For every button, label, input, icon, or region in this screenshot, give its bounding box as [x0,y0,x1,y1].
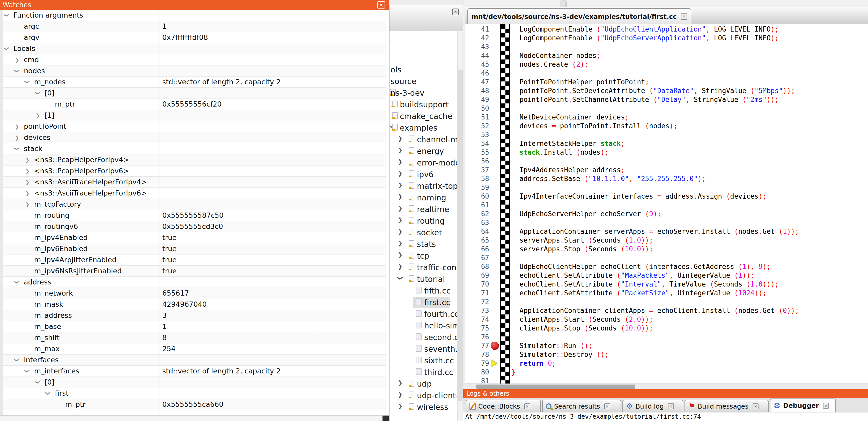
chevron-collapsed-icon[interactable]: ❯ [398,228,402,235]
watch-row[interactable]: argc1 [3,21,385,32]
watch-row[interactable]: ❯Function arguments [3,10,385,21]
code-line[interactable]: clientApps.Start (Seconds (2.0)); [512,315,653,324]
line-number[interactable]: 48 [465,86,489,95]
watch-row[interactable]: m_routing0x555555587c50 [3,210,385,221]
watch-row[interactable]: m_mask4294967040 [3,299,385,310]
chevron-expanded-icon[interactable]: ❯ [12,280,23,284]
watch-row[interactable]: m_address3 [3,310,385,321]
watch-row[interactable]: ❯[0] [3,88,385,99]
chevron-collapsed-icon[interactable]: ❯ [36,110,40,121]
tree-item-fourth-cc[interactable]: fourth.cc [390,309,457,320]
chevron-collapsed-icon[interactable]: ❯ [398,403,402,409]
watch-row[interactable]: ❯<ns3::AsciiTraceHelperForIpv4> [3,176,385,188]
chevron-collapsed-icon[interactable]: ❯ [15,54,19,65]
chevron-expanded-icon[interactable]: ❯ [43,391,54,395]
code-line[interactable]: NodeContainer nodes; [512,51,600,60]
line-number[interactable]: 56 [465,157,489,165]
watches-close-icon[interactable]: ✕ [377,1,385,8]
tree-item-stats[interactable]: ❯stats [390,239,457,250]
logs-titlebar[interactable]: Logs & others [463,389,868,398]
line-number[interactable]: 59 [465,183,489,192]
tree-item-source[interactable]: source [390,76,457,87]
chevron-collapsed-icon[interactable]: ❯ [398,263,402,270]
line-number[interactable]: 65 [465,236,489,245]
watch-row[interactable]: ❯devices [3,132,385,143]
logs-tab-debugger[interactable]: ⚙Debugger✕ [770,398,836,412]
watch-row[interactable]: argv0x7fffffffdf08 [3,32,385,43]
tree-item-socket[interactable]: ❯socket [390,227,457,238]
tab-close-icon[interactable]: ✕ [668,403,674,409]
code-line[interactable]: serverApps.Stop (Seconds (10.0)); [512,245,653,253]
watch-row[interactable]: ❯stack [3,143,385,154]
tab-close-icon[interactable]: ✕ [752,403,758,409]
line-number[interactable]: 54 [465,139,489,148]
line-number[interactable]: 49 [465,95,489,104]
chevron-expanded-icon[interactable]: ❯ [22,80,33,84]
line-number[interactable]: 68 [465,262,489,271]
line-number[interactable]: 66 [465,245,489,253]
chevron-collapsed-icon[interactable]: ❯ [25,154,30,165]
line-number[interactable]: 81 [465,377,489,384]
tree-item-realtime[interactable]: ❯realtime [390,204,457,215]
chevron-expanded-icon[interactable]: ❯ [32,380,43,384]
code-line[interactable]: Simulator::Destroy (); [512,350,609,359]
tree-item-wireless[interactable]: ❯wireless [390,402,457,413]
line-number[interactable]: 79 [465,359,489,368]
code-line[interactable]: pointToPoint.SetChannelAttribute ("Delay… [512,95,779,104]
line-number[interactable]: 47 [465,77,489,86]
code-line[interactable]: clientApps.Stop (Seconds (10.0)); [512,324,653,332]
line-number[interactable]: 55 [465,148,489,157]
chevron-collapsed-icon[interactable]: ❯ [398,193,402,200]
code-line[interactable]: nodes.Create (2); [512,60,588,69]
tree-item-naming[interactable]: ❯naming [390,192,457,203]
chevron-collapsed-icon[interactable]: ❯ [398,205,402,212]
line-number[interactable]: 43 [465,42,489,51]
code-line[interactable]: echoClient.SetAttribute ("Interval", Tim… [512,280,779,289]
code-line[interactable]: serverApps.Start (Seconds (1.0)); [512,236,653,245]
watch-row[interactable]: ❯[1] [3,110,385,121]
watch-row[interactable]: m_shift8 [3,332,385,344]
tree-item-channel-mode[interactable]: ❯channel-mode [390,134,457,145]
watch-row[interactable]: ❯nodes [3,65,385,76]
logs-tab-build-messages[interactable]: ⚑Build messages✕ [684,400,769,412]
watch-row[interactable]: ❯m_nodesstd::vector of length 2, capacit… [3,76,385,88]
watches-titlebar[interactable]: Watches [0,0,389,10]
chevron-collapsed-icon[interactable]: ❯ [398,159,402,165]
projects-scrollbar-thumb[interactable] [458,70,463,401]
code-line[interactable]: LogComponentEnable ("UdpEchoClientApplic… [512,25,779,34]
line-number[interactable]: 73 [465,306,489,315]
code-line[interactable]: pointToPoint.SetDeviceAttribute ("DataRa… [512,86,795,95]
code-line[interactable]: return 0; [512,359,556,368]
tab-close-icon[interactable]: ✕ [604,403,610,409]
watch-row[interactable]: ❯<ns3::PcapHelperForIpv4> [3,154,385,165]
watch-row[interactable]: m_ptr0x55555556cf20 [3,99,385,110]
code-line[interactable]: Simulator::Run (); [512,342,592,350]
chevron-collapsed-icon[interactable]: ❯ [398,135,402,142]
chevron-collapsed-icon[interactable]: ❯ [398,182,402,188]
watch-row[interactable]: m_network655617 [3,288,385,299]
code-line[interactable]: echoClient.SetAttribute ("PacketSize", U… [512,289,767,297]
code-line[interactable]: stack.Install (nodes); [512,148,609,157]
tree-item-buildsupport[interactable]: ❯buildsupport [390,99,457,110]
line-number[interactable]: 52 [465,122,489,130]
code-line[interactable]: UdpEchoClientHelper echoClient (interfac… [512,262,771,271]
chevron-collapsed-icon[interactable]: ❯ [398,380,402,386]
tree-item-traffic-contro[interactable]: ❯traffic-contro [390,262,457,273]
line-number[interactable]: 78 [465,350,489,359]
tree-item-sixth-cc[interactable]: sixth.cc [390,355,457,366]
line-number[interactable]: 53 [465,130,489,139]
tree-item-third-cc[interactable]: third.cc [390,367,457,378]
tree-item-ipv6[interactable]: ❯ipv6 [390,169,457,180]
watch-row[interactable]: ❯<ns3::AsciiTraceHelperForIpv6> [3,188,385,199]
code-line[interactable]: echoClient.SetAttribute ("MaxPackets", U… [512,271,754,280]
chevron-expanded-icon[interactable]: ❯ [12,69,23,73]
tree-item-matrix-topolo[interactable]: ❯matrix-topolo [390,181,457,192]
line-number[interactable]: 62 [465,209,489,218]
editor-tab-first-cc[interactable]: mnt/dev/tools/source/ns-3-dev/examples/t… [467,8,691,24]
tree-item-udp[interactable]: ❯udp [390,379,457,389]
code-line[interactable]: LogComponentEnable ("UdpEchoServerApplic… [512,34,779,42]
tab-close-icon[interactable]: ✕ [823,402,829,409]
chevron-expanded-icon[interactable]: ❯ [12,147,23,151]
chevron-collapsed-icon[interactable]: ❯ [25,176,30,188]
watch-row[interactable]: ❯interfaces [3,355,385,366]
